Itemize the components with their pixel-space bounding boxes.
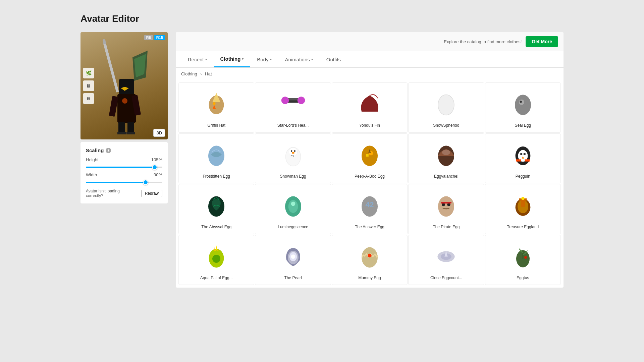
width-slider-row: Width 90% [86, 172, 162, 184]
svg-marker-1 [103, 39, 106, 44]
breadcrumb-parent[interactable]: Clothing [181, 71, 197, 76]
item-card-2[interactable]: Star-Lord's Hea... [255, 82, 331, 133]
get-more-button[interactable]: Get More [526, 36, 558, 47]
item-thumb-14 [429, 188, 463, 222]
svg-text:42: 42 [366, 201, 374, 209]
svg-point-34 [362, 145, 378, 166]
item-card-18[interactable]: Mummy Egg [332, 235, 408, 285]
item-name-2: Star-Lord's Hea... [277, 123, 309, 128]
item-thumb-10 [506, 138, 540, 171]
item-thumb-5 [506, 87, 540, 120]
item-thumb-13: 42 [353, 188, 386, 222]
svg-rect-46 [525, 159, 529, 161]
height-slider[interactable] [86, 167, 162, 168]
svg-point-76 [524, 256, 527, 259]
item-name-13: The Answer Egg [355, 225, 384, 230]
redraw-text: Avatar isn't loading correctly? [86, 189, 138, 198]
item-thumb-18 [353, 239, 386, 273]
svg-point-25 [520, 101, 522, 103]
item-name-7: Snowman Egg [280, 174, 306, 179]
avatar-3d-label[interactable]: 3D [153, 129, 165, 137]
item-name-17: The Pearl [284, 276, 302, 281]
badge-r6: R6 [144, 35, 153, 40]
item-card-19[interactable]: Close Eggcount... [408, 235, 484, 285]
item-card-20[interactable]: Eggtus [485, 235, 561, 285]
item-name-5: Seal Egg [515, 123, 531, 128]
avatar-icon-1[interactable]: 🌿 [83, 68, 94, 78]
item-card-10[interactable]: Pegguin [485, 133, 561, 184]
item-name-9: Eggvalanche! [434, 174, 459, 179]
svg-marker-65 [217, 246, 218, 251]
avatar-icon-2[interactable]: 🖥 [83, 80, 94, 91]
item-thumb-17 [276, 239, 310, 273]
item-card-7[interactable]: Snowman Egg [255, 133, 331, 184]
item-thumb-2 [276, 87, 310, 120]
item-card-17[interactable]: The Pearl [255, 235, 331, 285]
item-thumb-4 [429, 87, 463, 120]
svg-point-66 [212, 255, 220, 263]
svg-point-12 [122, 98, 127, 104]
item-name-20: Eggtus [517, 276, 529, 281]
width-value: 90% [154, 172, 162, 177]
svg-point-21 [297, 97, 305, 104]
item-card-6[interactable]: Frostbitten Egg [178, 133, 254, 184]
item-card-13[interactable]: 42The Answer Egg [332, 184, 408, 234]
item-card-1[interactable]: Griffin Hat [178, 82, 254, 133]
item-name-6: Frostbitten Egg [203, 174, 230, 179]
item-thumb-7 [276, 138, 310, 171]
svg-rect-35 [366, 154, 369, 157]
item-thumb-9 [429, 138, 463, 171]
avatar-preview: R6 R15 🌿 🖥 🖥 [80, 32, 168, 139]
svg-marker-63 [215, 245, 217, 251]
item-name-4: SnowSpheroid [433, 123, 459, 128]
item-card-14[interactable]: The Pirate Egg [408, 184, 484, 234]
tab-clothing[interactable]: Clothing ▾ [214, 51, 251, 67]
svg-rect-10 [117, 132, 126, 134]
chevron-down-icon: ▾ [242, 57, 244, 61]
item-card-15[interactable]: Treasure Eggland [485, 184, 561, 234]
item-card-8[interactable]: Peep-A-Boo Egg [332, 133, 408, 184]
item-card-4[interactable]: SnowSpheroid [408, 82, 484, 133]
svg-point-50 [291, 202, 295, 206]
svg-point-69 [291, 254, 295, 259]
item-thumb-8 [353, 138, 386, 171]
item-thumb-16 [200, 239, 233, 273]
item-card-16[interactable]: Aqua Pal of Egg... [178, 235, 254, 285]
chevron-down-icon: ▾ [270, 58, 272, 61]
top-bar: Explore the catalog to find more clothes… [176, 32, 564, 51]
item-card-12[interactable]: Lumineggscence [255, 184, 331, 234]
item-card-5[interactable]: Seal Egg [485, 82, 561, 133]
item-card-11[interactable]: The Abyssal Egg [178, 184, 254, 234]
height-value: 105% [151, 157, 162, 162]
tab-recent[interactable]: Recent ▾ [181, 52, 214, 67]
item-name-19: Close Eggcount... [430, 276, 462, 281]
width-slider[interactable] [86, 182, 162, 183]
item-name-8: Peep-A-Boo Egg [355, 174, 385, 179]
width-label: Width [86, 172, 97, 177]
svg-point-31 [292, 152, 294, 154]
tab-animations[interactable]: Animations ▾ [278, 52, 320, 67]
avatar-icon-3[interactable]: 🖥 [83, 93, 94, 104]
item-thumb-3 [353, 87, 386, 120]
svg-point-23 [515, 95, 531, 115]
item-name-16: Aqua Pal of Egg... [200, 276, 233, 281]
svg-rect-9 [127, 122, 134, 133]
svg-rect-45 [516, 159, 521, 161]
svg-rect-0 [103, 43, 119, 93]
item-card-9[interactable]: Eggvalanche! [408, 133, 484, 184]
item-thumb-19 [429, 239, 463, 273]
tab-body[interactable]: Body ▾ [250, 52, 278, 67]
avatar-badges: R6 R15 [144, 35, 165, 40]
item-thumb-12 [276, 188, 310, 222]
item-thumb-15 [506, 188, 540, 222]
catalog-panel: Explore the catalog to find more clothes… [176, 32, 564, 288]
redraw-button[interactable]: Redraw [141, 190, 162, 197]
avatar-panel: R6 R15 🌿 🖥 🖥 [80, 32, 168, 203]
info-icon[interactable]: i [106, 148, 111, 153]
breadcrumb-current: Hat [205, 71, 212, 76]
chevron-down-icon: ▾ [311, 58, 313, 61]
item-card-3[interactable]: Yondu's Fin [332, 82, 408, 133]
svg-marker-64 [214, 246, 215, 251]
tab-outfits[interactable]: Outfits [320, 52, 347, 67]
height-slider-row: Height 105% [86, 157, 162, 169]
